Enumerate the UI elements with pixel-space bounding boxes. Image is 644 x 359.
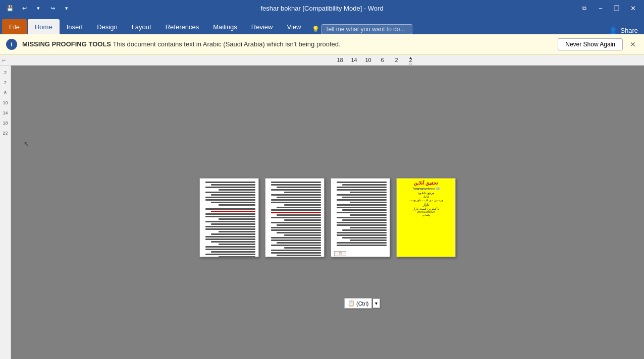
ad-desc3: ورد-پی دی اف - پاورپوینت [409, 198, 443, 202]
ruler-numbers: 18 14 10 6 2 2 ▲ □ [333, 57, 418, 63]
ruler-num-2: 2 [390, 57, 404, 63]
paste-ctrl-button[interactable]: 📋 (Ctrl) [344, 298, 372, 309]
indent-marker-top: ▲ [409, 56, 412, 59]
notification-message: This document contains text in Arabic (S… [113, 40, 340, 48]
ruler-num-10: 10 [361, 57, 375, 63]
undo-button[interactable]: ↩ [18, 2, 30, 14]
ad-title: تحقیق آنلاین [414, 181, 439, 186]
page-3[interactable]: 📋 [331, 178, 390, 257]
tab-view[interactable]: View [280, 19, 308, 34]
tab-home[interactable]: Home [28, 19, 60, 34]
page-1[interactable] [199, 178, 259, 257]
page-1-content [200, 178, 258, 257]
paste-tooltip: 📋 (Ctrl) ▾ [344, 298, 380, 309]
share-button[interactable]: 👤 Share [603, 27, 644, 34]
restore-down-button[interactable]: ⧉ [577, 1, 592, 15]
tab-review[interactable]: Review [244, 19, 280, 34]
vruler-2a: 2 [4, 68, 7, 78]
vruler-22: 22 [3, 128, 8, 138]
tab-insert[interactable]: Insert [60, 19, 90, 34]
ad-site: Tahghighonline.ir 🏢 [412, 187, 440, 190]
window-title: feshar bokhar [Compatibility Mode] - Wor… [260, 5, 383, 12]
ruler-scale: 18 14 10 6 2 2 ▲ □ [8, 54, 642, 66]
ruler-tab-marker: ⌐ [2, 56, 6, 64]
cursor: ↖ [24, 140, 29, 148]
ruler-num-2b: 2 ▲ □ [404, 57, 418, 63]
never-show-again-button[interactable]: Never Show Again [558, 38, 623, 50]
ad-desc2: فایل [423, 195, 429, 198]
indent-marker-bottom: □ [409, 62, 411, 66]
ad-desc1: مرجع دانلـود [418, 191, 434, 195]
tab-design[interactable]: Design [90, 19, 124, 34]
ruler-num-6: 6 [375, 57, 390, 63]
ad-price: با کمترین قیمت بازار [413, 207, 440, 210]
notification-bar: i MISSING PROOFING TOOLS This document c… [0, 34, 644, 54]
pages-container: 📋 تحقیق آنلاین Tahghighonline.ir 🏢 مرجع … [199, 178, 456, 257]
vertical-ruler-numbers: 2 2 6 10 14 18 22 [3, 68, 8, 138]
info-icon: i [6, 39, 17, 50]
undo-dropdown-button[interactable]: ▾ [32, 2, 44, 14]
tab-mailings[interactable]: Mailings [206, 19, 244, 34]
vruler-2b: 2 [4, 78, 7, 88]
ruler-num-14: 14 [347, 57, 361, 63]
close-button[interactable]: ✕ [626, 1, 640, 15]
vertical-ruler: 2 2 6 10 14 18 22 [0, 66, 11, 359]
tab-file[interactable]: File [2, 19, 27, 34]
page-4-ad-content: تحقیق آنلاین Tahghighonline.ir 🏢 مرجع دا… [397, 178, 455, 257]
main-layout: 2 2 6 10 14 18 22 ↖ [0, 66, 644, 359]
tab-layout[interactable]: Layout [125, 19, 158, 34]
ad-social: واتساپ [422, 213, 430, 216]
notification-text: MISSING PROOFING TOOLS This document con… [22, 40, 553, 48]
quick-access-toolbar: 💾 ↩ ▾ ↪ ▾ [4, 2, 73, 14]
title-bar: 💾 ↩ ▾ ↪ ▾ feshar bokhar [Compatibility M… [0, 0, 644, 16]
vruler-10: 10 [3, 98, 8, 108]
maximize-button[interactable]: ❐ [610, 1, 624, 15]
ribbon-tab-bar: File Home Insert Design Layout Reference… [0, 16, 644, 34]
share-label: Share [620, 27, 638, 34]
paste-label: (Ctrl) [356, 301, 368, 307]
minimize-button[interactable]: − [594, 1, 608, 15]
customize-qat-button[interactable]: ▾ [61, 2, 73, 14]
clipboard-icon: 📋 [348, 300, 355, 307]
paste-dropdown-button[interactable]: ▾ [373, 298, 380, 308]
save-button[interactable]: 💾 [4, 2, 16, 14]
page-4[interactable]: تحقیق آنلاین Tahghighonline.ir 🏢 مرجع دا… [396, 178, 456, 257]
ruler-num-18: 18 [333, 57, 347, 63]
tell-me-bar: 💡 [308, 24, 416, 34]
tab-references[interactable]: References [158, 19, 206, 34]
ad-desc4: بازار [423, 203, 429, 207]
vruler-18: 18 [3, 118, 8, 128]
redo-button[interactable]: ↪ [46, 2, 59, 14]
page-3-content: 📋 [331, 178, 390, 257]
window-controls: ⧉ − ❐ ✕ [577, 1, 640, 15]
notification-title: MISSING PROOFING TOOLS [22, 40, 111, 48]
vruler-6: 6 [4, 88, 7, 98]
page-2[interactable] [265, 178, 325, 257]
horizontal-ruler: ⌐ 18 14 10 6 2 2 ▲ □ [0, 54, 644, 66]
notification-close-button[interactable]: ✕ [628, 39, 638, 49]
vruler-14: 14 [3, 108, 8, 118]
document-area[interactable]: ↖ [11, 66, 644, 359]
lightbulb-icon: 💡 [312, 26, 319, 33]
page-2-content [265, 178, 324, 257]
tell-me-input[interactable] [321, 24, 412, 34]
share-person-icon: 👤 [609, 27, 617, 34]
